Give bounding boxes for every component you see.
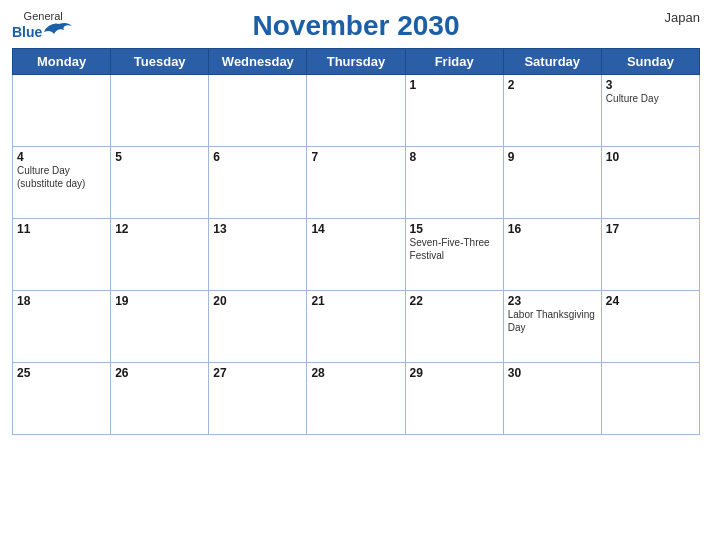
week-row-4: 181920212223Labor Thanksgiving Day24 <box>13 291 700 363</box>
cell-w1-d6: 2 <box>503 75 601 147</box>
cell-w1-d7: 3Culture Day <box>601 75 699 147</box>
cell-w2-d7: 10 <box>601 147 699 219</box>
cell-w4-d3: 20 <box>209 291 307 363</box>
week-row-3: 1112131415Seven-Five-Three Festival1617 <box>13 219 700 291</box>
day-number-28: 28 <box>311 366 400 380</box>
header-friday: Friday <box>405 49 503 75</box>
calendar-title: November 2030 <box>252 10 459 42</box>
cell-w5-d6: 30 <box>503 363 601 435</box>
cell-w2-d5: 8 <box>405 147 503 219</box>
day-number-24: 24 <box>606 294 695 308</box>
week-row-5: 252627282930 <box>13 363 700 435</box>
day-number-10: 10 <box>606 150 695 164</box>
header-sunday: Sunday <box>601 49 699 75</box>
day-number-12: 12 <box>115 222 204 236</box>
logo-blue-text: Blue <box>12 24 42 40</box>
header-monday: Monday <box>13 49 111 75</box>
day-number-2: 2 <box>508 78 597 92</box>
cell-w3-d7: 17 <box>601 219 699 291</box>
country-label: Japan <box>665 10 700 25</box>
cell-w3-d1: 11 <box>13 219 111 291</box>
day-number-18: 18 <box>17 294 106 308</box>
event-text: Seven-Five-Three Festival <box>410 237 490 261</box>
day-number-22: 22 <box>410 294 499 308</box>
cell-w5-d5: 29 <box>405 363 503 435</box>
day-number-17: 17 <box>606 222 695 236</box>
cell-w2-d6: 9 <box>503 147 601 219</box>
calendar-wrapper: General Blue November 2030 Japan Monday … <box>0 0 712 550</box>
day-number-15: 15 <box>410 222 499 236</box>
day-number-29: 29 <box>410 366 499 380</box>
cell-w1-d2 <box>111 75 209 147</box>
event-text: Culture Day (substitute day) <box>17 165 85 189</box>
cell-w4-d7: 24 <box>601 291 699 363</box>
weekday-header-row: Monday Tuesday Wednesday Thursday Friday… <box>13 49 700 75</box>
cell-w1-d3 <box>209 75 307 147</box>
cell-w4-d6: 23Labor Thanksgiving Day <box>503 291 601 363</box>
calendar-header: General Blue November 2030 Japan <box>12 10 700 42</box>
cell-w4-d5: 22 <box>405 291 503 363</box>
header-tuesday: Tuesday <box>111 49 209 75</box>
logo: General Blue <box>12 10 74 42</box>
day-number-23: 23 <box>508 294 597 308</box>
day-number-20: 20 <box>213 294 302 308</box>
week-row-2: 4Culture Day (substitute day)5678910 <box>13 147 700 219</box>
logo-bird-icon <box>44 22 74 42</box>
day-number-1: 1 <box>410 78 499 92</box>
day-number-6: 6 <box>213 150 302 164</box>
day-number-26: 26 <box>115 366 204 380</box>
day-number-25: 25 <box>17 366 106 380</box>
cell-w1-d1 <box>13 75 111 147</box>
cell-w3-d5: 15Seven-Five-Three Festival <box>405 219 503 291</box>
cell-w4-d2: 19 <box>111 291 209 363</box>
cell-w2-d2: 5 <box>111 147 209 219</box>
day-number-8: 8 <box>410 150 499 164</box>
day-number-27: 27 <box>213 366 302 380</box>
event-text: Labor Thanksgiving Day <box>508 309 595 333</box>
cell-w1-d4 <box>307 75 405 147</box>
day-number-19: 19 <box>115 294 204 308</box>
cell-w5-d4: 28 <box>307 363 405 435</box>
logo-general-text: General <box>24 10 63 22</box>
day-number-5: 5 <box>115 150 204 164</box>
day-number-7: 7 <box>311 150 400 164</box>
cell-w2-d1: 4Culture Day (substitute day) <box>13 147 111 219</box>
day-number-14: 14 <box>311 222 400 236</box>
day-number-4: 4 <box>17 150 106 164</box>
day-number-9: 9 <box>508 150 597 164</box>
cell-w1-d5: 1 <box>405 75 503 147</box>
cell-w3-d2: 12 <box>111 219 209 291</box>
cell-w5-d1: 25 <box>13 363 111 435</box>
calendar-table: Monday Tuesday Wednesday Thursday Friday… <box>12 48 700 435</box>
cell-w4-d4: 21 <box>307 291 405 363</box>
cell-w3-d3: 13 <box>209 219 307 291</box>
day-number-30: 30 <box>508 366 597 380</box>
cell-w4-d1: 18 <box>13 291 111 363</box>
day-number-21: 21 <box>311 294 400 308</box>
week-row-1: 123Culture Day <box>13 75 700 147</box>
day-number-13: 13 <box>213 222 302 236</box>
cell-w2-d3: 6 <box>209 147 307 219</box>
cell-w5-d2: 26 <box>111 363 209 435</box>
day-number-11: 11 <box>17 222 106 236</box>
cell-w5-d7 <box>601 363 699 435</box>
cell-w3-d4: 14 <box>307 219 405 291</box>
event-text: Culture Day <box>606 93 659 104</box>
cell-w2-d4: 7 <box>307 147 405 219</box>
cell-w3-d6: 16 <box>503 219 601 291</box>
header-thursday: Thursday <box>307 49 405 75</box>
day-number-16: 16 <box>508 222 597 236</box>
header-wednesday: Wednesday <box>209 49 307 75</box>
header-saturday: Saturday <box>503 49 601 75</box>
cell-w5-d3: 27 <box>209 363 307 435</box>
day-number-3: 3 <box>606 78 695 92</box>
